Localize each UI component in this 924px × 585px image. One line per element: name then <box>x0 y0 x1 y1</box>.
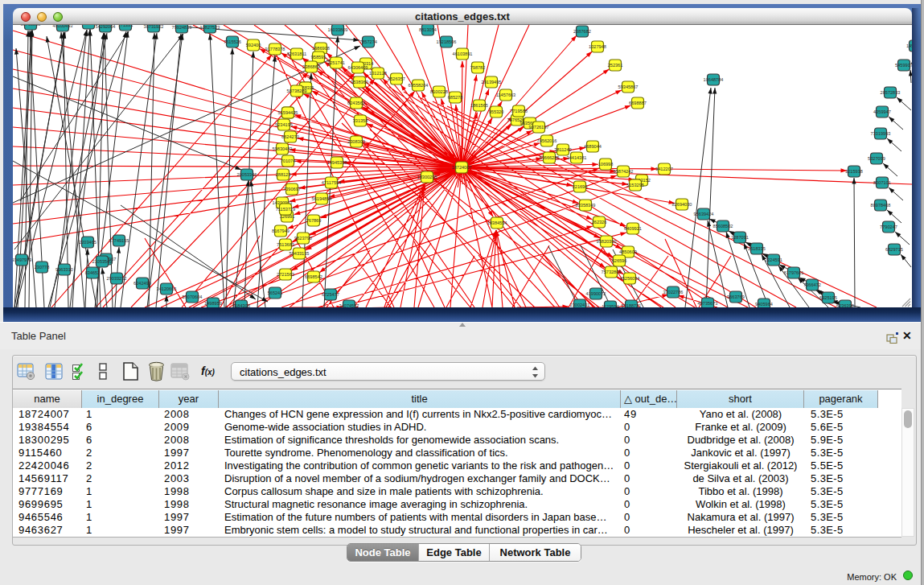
svg-text:2386869: 2386869 <box>302 64 320 69</box>
svg-text:7719588: 7719588 <box>510 109 528 113</box>
svg-text:701074: 701074 <box>281 159 296 163</box>
svg-text:1457339: 1457339 <box>906 43 912 48</box>
svg-text:3811240: 3811240 <box>554 147 571 152</box>
svg-text:626596: 626596 <box>612 258 627 263</box>
svg-text:29033232: 29033232 <box>107 276 127 281</box>
svg-text:6242499: 6242499 <box>133 281 151 286</box>
svg-text:2387682: 2387682 <box>573 29 591 34</box>
svg-text:230778: 230778 <box>35 265 50 270</box>
svg-text:59345867: 59345867 <box>618 84 639 89</box>
svg-text:34074557: 34074557 <box>339 303 359 307</box>
svg-text:71153729: 71153729 <box>276 207 295 212</box>
svg-text:95639424: 95639424 <box>694 212 714 216</box>
svg-text:7857274: 7857274 <box>359 39 377 44</box>
svg-text:64306409: 64306409 <box>348 65 368 70</box>
svg-text:106998: 106998 <box>598 162 614 167</box>
svg-text:37022786: 37022786 <box>663 290 684 295</box>
svg-text:13827523: 13827523 <box>200 25 220 30</box>
svg-text:90726197: 90726197 <box>529 125 549 130</box>
svg-text:252361: 252361 <box>608 63 623 68</box>
svg-text:55874242: 55874242 <box>614 169 634 174</box>
svg-text:79924819: 79924819 <box>172 25 192 30</box>
svg-text:1986908: 1986908 <box>312 46 330 51</box>
svg-text:148230: 148230 <box>81 25 97 26</box>
svg-text:1498959: 1498959 <box>204 301 222 306</box>
svg-text:5234195: 5234195 <box>275 122 293 127</box>
svg-text:6624270: 6624270 <box>281 134 299 139</box>
svg-text:6725477: 6725477 <box>322 292 339 297</box>
svg-text:9405964: 9405964 <box>755 302 773 307</box>
svg-text:57749155: 57749155 <box>109 238 129 243</box>
svg-text:82694030: 82694030 <box>672 202 692 207</box>
svg-text:47117594: 47117594 <box>322 180 341 185</box>
svg-text:34120665: 34120665 <box>157 286 177 291</box>
svg-text:85608502: 85608502 <box>713 224 733 229</box>
svg-text:54292004: 54292004 <box>96 25 116 29</box>
svg-text:7513689: 7513689 <box>277 242 294 247</box>
svg-text:331358: 331358 <box>353 118 368 123</box>
svg-text:16033809: 16033809 <box>328 27 348 32</box>
svg-text:45256054: 45256054 <box>620 276 640 281</box>
svg-text:28572833: 28572833 <box>881 90 901 95</box>
svg-text:288123: 288123 <box>276 172 291 177</box>
svg-text:9623790: 9623790 <box>294 236 312 241</box>
svg-text:958595: 958595 <box>311 55 326 60</box>
svg-text:1518335: 1518335 <box>748 246 766 251</box>
svg-text:46103891: 46103891 <box>453 51 473 56</box>
svg-text:69558204: 69558204 <box>409 83 429 88</box>
svg-text:91778378: 91778378 <box>265 47 285 51</box>
svg-text:34414381: 34414381 <box>567 155 587 160</box>
svg-text:29139495: 29139495 <box>482 80 502 84</box>
svg-text:2308303: 2308303 <box>347 139 365 144</box>
svg-text:685278: 685278 <box>448 95 463 100</box>
svg-text:4850609: 4850609 <box>619 249 637 254</box>
svg-text:1287091: 1287091 <box>731 235 749 240</box>
svg-text:5459907: 5459907 <box>895 63 912 68</box>
svg-text:73319993: 73319993 <box>871 131 891 136</box>
svg-text:6409921: 6409921 <box>624 226 642 231</box>
svg-text:5327099: 5327099 <box>868 156 885 161</box>
svg-text:565241: 565241 <box>268 290 283 295</box>
svg-text:59830483: 59830483 <box>273 146 293 151</box>
svg-text:2526357: 2526357 <box>388 76 405 81</box>
svg-text:74562016: 74562016 <box>537 138 557 143</box>
svg-text:83666285: 83666285 <box>540 155 560 160</box>
svg-text:7366472: 7366472 <box>803 282 821 287</box>
svg-text:93497979: 93497979 <box>13 257 31 262</box>
svg-text:834652: 834652 <box>85 270 101 275</box>
svg-text:8813054: 8813054 <box>419 27 437 32</box>
svg-text:9184308: 9184308 <box>232 303 250 307</box>
svg-text:58738289: 58738289 <box>287 89 307 93</box>
svg-text:592400: 592400 <box>246 43 261 47</box>
svg-text:8100228: 8100228 <box>430 89 448 94</box>
svg-text:221696: 221696 <box>573 184 588 189</box>
svg-text:49735673: 49735673 <box>698 301 718 306</box>
svg-text:81797601: 81797601 <box>784 270 804 275</box>
svg-text:771331: 771331 <box>118 25 133 27</box>
svg-text:4689044: 4689044 <box>584 144 602 149</box>
svg-text:82631811: 82631811 <box>287 51 306 56</box>
svg-text:7390697: 7390697 <box>283 187 301 192</box>
svg-text:2721563: 2721563 <box>277 272 294 277</box>
svg-text:56194854: 56194854 <box>312 196 332 201</box>
svg-text:59070604: 59070604 <box>183 295 203 299</box>
svg-text:21053549: 21053549 <box>92 259 113 264</box>
svg-text:2203465: 2203465 <box>79 240 97 245</box>
svg-text:59188721: 59188721 <box>622 303 642 307</box>
svg-text:20053346: 20053346 <box>237 172 257 177</box>
svg-text:5153295: 5153295 <box>626 183 644 187</box>
svg-text:2251741: 2251741 <box>327 60 345 65</box>
svg-text:1312128: 1312128 <box>369 71 387 76</box>
svg-text:18300295: 18300295 <box>417 175 437 179</box>
svg-text:19384554: 19384554 <box>487 220 507 225</box>
svg-text:83358349: 83358349 <box>576 203 596 208</box>
svg-text:41990072: 41990072 <box>586 291 606 296</box>
svg-text:8167949: 8167949 <box>272 229 290 233</box>
svg-text:6698887: 6698887 <box>629 101 647 105</box>
svg-text:51594425: 51594425 <box>278 110 298 115</box>
svg-text:6236390: 6236390 <box>836 303 854 307</box>
svg-text:95820300: 95820300 <box>597 239 617 244</box>
svg-text:75732809: 75732809 <box>602 270 622 274</box>
svg-text:6243562: 6243562 <box>347 101 365 105</box>
svg-text:18724007: 18724007 <box>452 165 472 170</box>
